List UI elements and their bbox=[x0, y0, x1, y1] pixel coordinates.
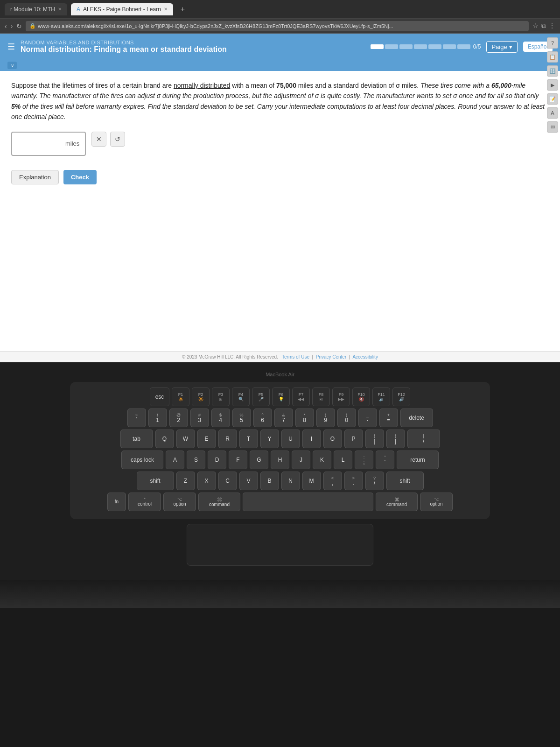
minus-key[interactable]: _- bbox=[358, 409, 377, 427]
h-key[interactable]: H bbox=[271, 451, 289, 469]
clear-button[interactable]: ✕ bbox=[91, 132, 106, 147]
user-menu-button[interactable]: Paige ▾ bbox=[486, 41, 517, 53]
w-key[interactable]: W bbox=[176, 430, 195, 448]
hamburger-menu[interactable]: ☰ bbox=[7, 42, 15, 52]
left-command-key[interactable]: ⌘ command bbox=[198, 493, 240, 511]
f11-key[interactable]: F11🔉 bbox=[372, 388, 390, 406]
refresh-button[interactable]: ↻ bbox=[16, 22, 22, 30]
2-key[interactable]: @2 bbox=[169, 409, 188, 427]
explanation-button[interactable]: Explanation bbox=[11, 170, 59, 184]
control-key[interactable]: ⌃ control bbox=[128, 493, 161, 511]
text-tool-button[interactable]: A bbox=[547, 107, 558, 119]
0-key[interactable]: )0 bbox=[337, 409, 356, 427]
u-key[interactable]: U bbox=[281, 430, 300, 448]
right-option-key[interactable]: ⌥ option bbox=[420, 493, 453, 511]
tab-module[interactable]: r Module 10: MTH ✕ bbox=[5, 3, 67, 15]
r-key[interactable]: R bbox=[218, 430, 237, 448]
f3-key[interactable]: F3⊞ bbox=[212, 388, 230, 406]
e-key[interactable]: E bbox=[197, 430, 216, 448]
quote-key[interactable]: "' bbox=[376, 451, 394, 469]
answer-input[interactable] bbox=[16, 140, 63, 148]
7-key[interactable]: &7 bbox=[274, 409, 293, 427]
n-key[interactable]: N bbox=[281, 472, 300, 490]
tab-aleks[interactable]: A ALEKS - Paige Bohnert - Learn ✕ bbox=[71, 3, 173, 15]
backslash-key[interactable]: |\ bbox=[407, 430, 440, 448]
footer-terms-link[interactable]: Terms of Use bbox=[282, 354, 309, 359]
f7-key[interactable]: F7◀◀ bbox=[292, 388, 310, 406]
j-key[interactable]: J bbox=[292, 451, 310, 469]
d-key[interactable]: D bbox=[208, 451, 226, 469]
i-key[interactable]: I bbox=[302, 430, 321, 448]
y-key[interactable]: Y bbox=[260, 430, 279, 448]
8-key[interactable]: *8 bbox=[295, 409, 314, 427]
slash-key[interactable]: ?/ bbox=[365, 472, 384, 490]
v-key[interactable]: V bbox=[239, 472, 258, 490]
notepad-tool-button[interactable]: 📝 bbox=[547, 93, 558, 105]
calculator-tool-button[interactable]: 🔢 bbox=[547, 65, 558, 77]
mail-tool-button[interactable]: ✉ bbox=[547, 121, 558, 133]
tab-key[interactable]: tab bbox=[120, 430, 153, 448]
touchpad[interactable] bbox=[187, 524, 373, 566]
f9-key[interactable]: F9▶▶ bbox=[332, 388, 350, 406]
f12-key[interactable]: F12🔊 bbox=[392, 388, 410, 406]
return-key[interactable]: return bbox=[397, 451, 439, 469]
equals-key[interactable]: += bbox=[379, 409, 398, 427]
4-key[interactable]: $4 bbox=[211, 409, 230, 427]
period-key[interactable]: >. bbox=[344, 472, 363, 490]
answer-box[interactable]: miles bbox=[11, 132, 86, 156]
a-key[interactable]: A bbox=[166, 451, 184, 469]
m-key[interactable]: M bbox=[302, 472, 321, 490]
tilde-key[interactable]: ~` bbox=[127, 409, 146, 427]
s-key[interactable]: S bbox=[187, 451, 205, 469]
f8-key[interactable]: F8⏯ bbox=[312, 388, 330, 406]
esc-key[interactable]: esc bbox=[150, 388, 169, 406]
footer-privacy-link[interactable]: Privacy Center bbox=[316, 354, 347, 359]
right-shift-key[interactable]: shift bbox=[386, 472, 424, 490]
f-key[interactable]: F bbox=[229, 451, 247, 469]
b-key[interactable]: B bbox=[260, 472, 279, 490]
fn-key-bottom[interactable]: fn bbox=[107, 493, 126, 511]
comma-key[interactable]: <, bbox=[323, 472, 342, 490]
o-key[interactable]: O bbox=[323, 430, 342, 448]
f6-key[interactable]: F6💡 bbox=[272, 388, 290, 406]
p-key[interactable]: P bbox=[344, 430, 363, 448]
semicolon-key[interactable]: :; bbox=[355, 451, 373, 469]
bracket-left-key[interactable]: {[ bbox=[365, 430, 384, 448]
expand-button[interactable]: ∨ bbox=[7, 62, 17, 69]
extensions-icon[interactable]: ⧉ bbox=[541, 22, 546, 30]
q-key[interactable]: Q bbox=[155, 430, 174, 448]
f4-key[interactable]: F4🔍 bbox=[232, 388, 250, 406]
url-bar[interactable]: 🔒 www-awu.aleks.com/alekscgi/x/lsl.exe/1… bbox=[26, 21, 529, 31]
3-key[interactable]: #3 bbox=[190, 409, 209, 427]
z-key[interactable]: Z bbox=[176, 472, 195, 490]
6-key[interactable]: ^6 bbox=[253, 409, 272, 427]
delete-key[interactable]: delete bbox=[400, 409, 433, 427]
l-key[interactable]: L bbox=[334, 451, 352, 469]
tab-close-module[interactable]: ✕ bbox=[58, 7, 62, 12]
9-key[interactable]: (9 bbox=[316, 409, 335, 427]
5-key[interactable]: %5 bbox=[232, 409, 251, 427]
t-key[interactable]: T bbox=[239, 430, 258, 448]
right-command-key[interactable]: ⌘ command bbox=[376, 493, 418, 511]
g-key[interactable]: G bbox=[250, 451, 268, 469]
c-key[interactable]: C bbox=[218, 472, 237, 490]
forward-button[interactable]: › bbox=[11, 22, 13, 30]
f5-key[interactable]: F5🎤 bbox=[252, 388, 270, 406]
menu-icon[interactable]: ⋮ bbox=[549, 22, 555, 30]
new-tab-button[interactable]: + bbox=[177, 3, 189, 15]
tab-close-aleks[interactable]: ✕ bbox=[164, 7, 168, 12]
f1-key[interactable]: F1🔅 bbox=[172, 388, 189, 406]
footer-accessibility-link[interactable]: Accessibility bbox=[352, 354, 378, 359]
f2-key[interactable]: F2🔆 bbox=[192, 388, 210, 406]
normally-distributed-link[interactable]: normally distributed bbox=[174, 82, 230, 89]
video-tool-button[interactable]: ▶ bbox=[547, 79, 558, 91]
left-shift-key[interactable]: shift bbox=[137, 472, 174, 490]
k-key[interactable]: K bbox=[313, 451, 331, 469]
back-button[interactable]: ‹ bbox=[5, 22, 7, 30]
spacebar-key[interactable] bbox=[243, 493, 373, 511]
bracket-right-key[interactable]: }] bbox=[386, 430, 405, 448]
f10-key[interactable]: F10🔇 bbox=[352, 388, 370, 406]
check-button[interactable]: Check bbox=[63, 170, 97, 184]
undo-button[interactable]: ↺ bbox=[110, 132, 125, 147]
bookmark-icon[interactable]: ☆ bbox=[532, 22, 539, 30]
